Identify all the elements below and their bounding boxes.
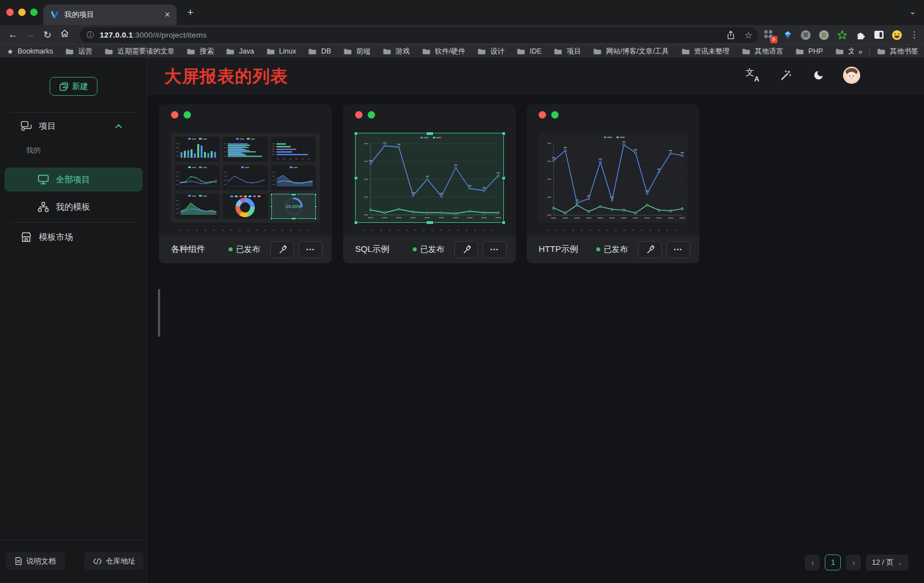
page-size-select[interactable]: 12 / 页 ⌄ bbox=[866, 555, 909, 570]
selection-handle[interactable] bbox=[354, 132, 358, 136]
bookmark-item[interactable]: 近期需要读的文章 bbox=[104, 47, 174, 56]
extension-command-icon[interactable]: ⌘ bbox=[800, 29, 812, 41]
extensions-puzzle-icon[interactable] bbox=[854, 29, 866, 41]
more-button[interactable]: ••• bbox=[299, 241, 323, 258]
new-project-button[interactable]: 新建 bbox=[50, 77, 97, 96]
bookmark-item[interactable]: 运营 bbox=[65, 47, 92, 56]
bookmark-item[interactable]: 项目 bbox=[553, 47, 581, 56]
tab-search-icon[interactable]: ⌄ bbox=[909, 7, 916, 16]
bookmark-star-icon[interactable]: ☆ bbox=[744, 30, 752, 40]
bookmarks-label: Bookmarks bbox=[18, 47, 54, 55]
selection-handle[interactable] bbox=[270, 205, 273, 208]
forward-button[interactable]: → bbox=[22, 29, 39, 40]
edit-button[interactable] bbox=[454, 241, 478, 258]
sidebar-toggle-icon[interactable] bbox=[873, 29, 885, 41]
back-button[interactable]: ← bbox=[5, 29, 22, 40]
extension-record-icon[interactable] bbox=[818, 29, 830, 41]
chevron-up-icon[interactable] bbox=[115, 124, 122, 128]
bookmark-item[interactable]: 网站/博客/文章/工具 bbox=[593, 47, 669, 56]
selection-handle[interactable] bbox=[502, 132, 506, 136]
selection-handle[interactable] bbox=[426, 221, 434, 225]
next-page-button[interactable]: › bbox=[846, 555, 861, 570]
selection-handle[interactable] bbox=[502, 176, 506, 180]
extension-emoji-icon[interactable] bbox=[891, 29, 903, 41]
selection-handle[interactable] bbox=[502, 221, 506, 225]
theme-magic-button[interactable] bbox=[777, 67, 794, 84]
project-card[interactable]: 25.00% 各种组件 已发布 ••• bbox=[159, 104, 332, 263]
mini-chart-caps bbox=[271, 137, 316, 162]
project-thumbnail[interactable]: 25.00% bbox=[171, 133, 320, 223]
status-badge: 已发布 bbox=[229, 244, 260, 255]
language-toggle-button[interactable]: 文A bbox=[744, 67, 761, 84]
bookmark-item[interactable]: PHP bbox=[795, 47, 823, 56]
scrollbar-thumb[interactable] bbox=[158, 289, 160, 337]
bookmark-item[interactable]: 游戏 bbox=[382, 47, 410, 56]
home-icon bbox=[60, 28, 70, 38]
edit-button[interactable] bbox=[270, 241, 294, 258]
status-badge: 已发布 bbox=[413, 244, 444, 255]
sidebar-item-template-market[interactable]: 模板市场 bbox=[21, 227, 135, 247]
browser-menu-icon[interactable]: ⋮ bbox=[909, 30, 919, 40]
current-page-button[interactable]: 1 bbox=[825, 555, 841, 570]
user-avatar[interactable] bbox=[843, 67, 860, 84]
folder-icon bbox=[308, 48, 317, 55]
bookmark-item[interactable]: 其他语言 bbox=[742, 47, 783, 56]
sidebar-item-all-projects[interactable]: 全部项目 bbox=[5, 168, 143, 191]
bookmarks-overflow-icon[interactable]: » bbox=[858, 47, 862, 56]
sidebar-item-my-templates[interactable]: 我的模板 bbox=[38, 197, 135, 217]
more-button[interactable]: ••• bbox=[483, 241, 507, 258]
pagination: ‹ 1 › 12 / 页 ⌄ bbox=[805, 555, 909, 570]
extension-monkey-icon[interactable]: 9 bbox=[763, 29, 775, 41]
bookmark-item[interactable]: Linux bbox=[266, 47, 296, 56]
selection-handle[interactable] bbox=[291, 193, 296, 196]
selection-handle[interactable] bbox=[314, 205, 317, 208]
site-info-icon[interactable]: ⓘ bbox=[87, 30, 94, 40]
project-card[interactable]: SQL示例 已发布 ••• bbox=[343, 104, 516, 263]
more-button[interactable]: ••• bbox=[666, 241, 690, 258]
bookmark-label: Linux bbox=[279, 47, 296, 55]
share-icon[interactable] bbox=[726, 30, 735, 40]
address-bar[interactable]: ⓘ 127.0.0.1:3000/#/project/items ☆ bbox=[80, 27, 758, 43]
bookmark-item[interactable]: IDE bbox=[516, 47, 542, 56]
browser-tab[interactable]: 我的项目 × bbox=[43, 5, 177, 25]
bookmark-item[interactable]: 搜索 bbox=[186, 47, 214, 56]
window-minimize-button[interactable] bbox=[18, 9, 26, 16]
project-card[interactable]: HTTP示例 已发布 ••• bbox=[527, 104, 699, 263]
selection-handle[interactable] bbox=[314, 217, 317, 220]
selection-handle[interactable] bbox=[314, 193, 317, 196]
reload-button[interactable]: ↻ bbox=[39, 29, 56, 41]
bookmark-item[interactable]: 设计 bbox=[477, 47, 504, 56]
selection-handle[interactable] bbox=[354, 176, 358, 180]
bookmark-item[interactable]: Java bbox=[226, 47, 254, 56]
new-tab-button[interactable]: + bbox=[184, 6, 197, 19]
tab-close-icon[interactable]: × bbox=[165, 10, 170, 19]
repo-button[interactable]: 仓库地址 bbox=[84, 552, 144, 570]
bookmark-item[interactable]: 前端 bbox=[343, 47, 371, 56]
bookmark-item[interactable]: 资讯未整理 bbox=[681, 47, 730, 56]
bookmark-item[interactable]: DB bbox=[308, 47, 331, 56]
extension-gem-icon[interactable] bbox=[781, 29, 793, 41]
selection-handle[interactable] bbox=[270, 193, 273, 196]
selection-handle[interactable] bbox=[270, 217, 273, 220]
window-close-button[interactable] bbox=[6, 9, 14, 16]
selection-handle[interactable] bbox=[426, 132, 434, 136]
app-root: 大屏报表的列表 文A bbox=[0, 58, 924, 583]
project-thumbnail[interactable] bbox=[539, 133, 687, 223]
window-zoom-button[interactable] bbox=[30, 9, 38, 16]
bookmark-item[interactable]: 软件/硬件 bbox=[422, 47, 465, 56]
selection-handle[interactable] bbox=[291, 217, 296, 220]
selection-handle[interactable] bbox=[354, 221, 358, 225]
docs-button[interactable]: 说明文档 bbox=[6, 552, 65, 570]
bookmark-label: 网站/博客/文章/工具 bbox=[606, 47, 669, 56]
dark-mode-button[interactable] bbox=[810, 67, 827, 84]
bookmarks-manager[interactable]: ★ Bookmarks bbox=[7, 47, 53, 56]
other-bookmarks-folder[interactable]: 其他书签 bbox=[877, 47, 918, 56]
project-thumbnail-selected[interactable] bbox=[355, 133, 504, 223]
prev-page-button[interactable]: ‹ bbox=[805, 555, 820, 570]
divider bbox=[10, 222, 137, 223]
home-button[interactable] bbox=[56, 28, 73, 41]
sidebar-item-project[interactable]: 项目 bbox=[21, 117, 135, 135]
moon-icon bbox=[813, 70, 824, 81]
edit-button[interactable] bbox=[638, 241, 662, 258]
extension-star-icon[interactable] bbox=[836, 29, 848, 41]
